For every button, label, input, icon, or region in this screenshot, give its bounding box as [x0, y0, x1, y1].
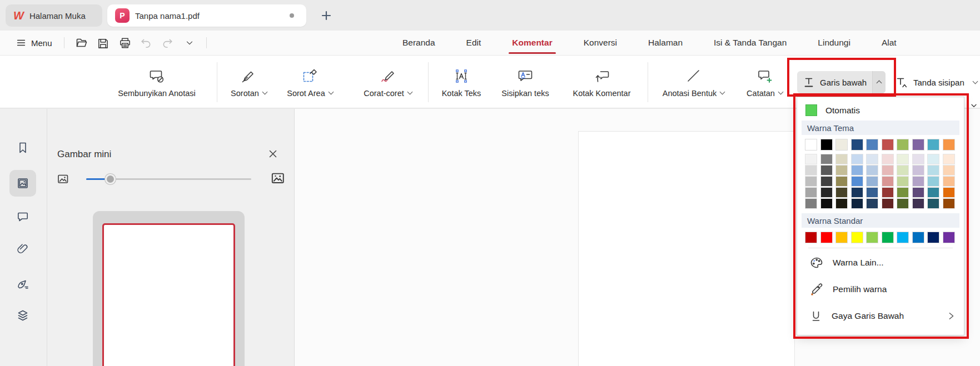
tab-document[interactable]: P Tanpa nama1.pdf	[107, 4, 306, 27]
color-swatch[interactable]	[927, 176, 939, 187]
color-swatch[interactable]	[805, 154, 817, 164]
color-swatch[interactable]	[820, 165, 833, 176]
color-swatch[interactable]	[805, 176, 817, 187]
color-swatch[interactable]	[866, 232, 878, 243]
color-swatch[interactable]	[943, 139, 955, 151]
tab-beranda[interactable]: Beranda	[401, 31, 436, 55]
color-swatch[interactable]	[835, 165, 848, 176]
color-swatch[interactable]	[851, 154, 863, 164]
color-swatch[interactable]	[927, 187, 939, 198]
color-swatch[interactable]	[866, 154, 878, 164]
sidebar-item-attachments[interactable]	[9, 235, 36, 262]
underline-style-item[interactable]: Gaya Garis Bawah	[797, 303, 964, 329]
color-swatch[interactable]	[835, 198, 848, 209]
shape-annotation-button[interactable]: Anotasi Bentuk	[656, 60, 731, 104]
color-swatch[interactable]	[851, 139, 863, 151]
color-swatch[interactable]	[866, 165, 878, 176]
color-swatch[interactable]	[866, 176, 878, 187]
color-swatch[interactable]	[851, 165, 863, 176]
color-swatch[interactable]	[912, 187, 924, 198]
insert-caret-button[interactable]: Tanda sisipan	[893, 71, 980, 93]
color-picker-item[interactable]: Pemilih warna	[797, 276, 964, 303]
color-swatch[interactable]	[851, 187, 863, 198]
pdf-page[interactable]	[578, 131, 795, 366]
color-swatch[interactable]	[943, 154, 955, 164]
color-swatch[interactable]	[897, 187, 909, 198]
color-swatch[interactable]	[820, 232, 833, 243]
color-swatch[interactable]	[897, 176, 909, 187]
color-swatch[interactable]	[912, 198, 924, 209]
color-swatch[interactable]	[882, 165, 894, 176]
color-swatch[interactable]	[805, 139, 817, 151]
tab-home-page[interactable]: W Halaman Muka	[6, 4, 102, 27]
color-swatch[interactable]	[912, 165, 924, 176]
text-box-button[interactable]: Kotak Teks	[436, 60, 486, 104]
sidebar-item-layers[interactable]	[9, 302, 36, 329]
highlight-button[interactable]: Sorotan	[222, 60, 275, 104]
color-swatch[interactable]	[897, 165, 909, 176]
automatic-color-item[interactable]: Otomatis	[797, 100, 964, 121]
color-swatch[interactable]	[835, 154, 848, 164]
color-swatch[interactable]	[943, 176, 955, 187]
color-swatch[interactable]	[835, 232, 848, 243]
sidebar-item-signature[interactable]	[9, 270, 36, 297]
color-swatch[interactable]	[943, 165, 955, 176]
color-swatch[interactable]	[882, 154, 894, 164]
color-swatch[interactable]	[882, 139, 894, 151]
zoom-in-thumbnails-button[interactable]	[270, 170, 286, 188]
color-swatch[interactable]	[927, 154, 939, 164]
tab-komentar[interactable]: Komentar	[511, 31, 553, 55]
sidebar-item-thumbnails[interactable]	[9, 170, 36, 197]
redo-button[interactable]	[160, 34, 176, 51]
color-swatch[interactable]	[927, 232, 939, 243]
color-swatch[interactable]	[820, 154, 833, 164]
panel-close-button[interactable]	[266, 147, 280, 161]
color-swatch[interactable]	[943, 232, 955, 243]
page-thumbnail-selected[interactable]	[93, 211, 245, 366]
color-swatch[interactable]	[897, 139, 909, 151]
color-swatch[interactable]	[882, 176, 894, 187]
color-swatch[interactable]	[820, 198, 833, 209]
color-swatch[interactable]	[927, 139, 939, 151]
note-button[interactable]: Catatan	[738, 60, 791, 104]
color-swatch[interactable]	[912, 232, 924, 243]
color-swatch[interactable]	[820, 139, 833, 151]
sidebar-item-comments[interactable]	[9, 203, 36, 230]
color-swatch[interactable]	[866, 198, 878, 209]
tab-alat[interactable]: Alat	[880, 31, 898, 55]
color-swatch[interactable]	[882, 232, 894, 243]
sidebar-item-bookmarks[interactable]	[9, 134, 36, 161]
color-swatch[interactable]	[897, 232, 909, 243]
tab-edit[interactable]: Edit	[465, 31, 482, 55]
tab-isi-tanda-tangan[interactable]: Isi & Tanda Tangan	[713, 31, 788, 55]
color-swatch[interactable]	[851, 232, 863, 243]
color-swatch[interactable]	[943, 198, 955, 209]
highlight-area-button[interactable]: Sorot Area	[281, 60, 339, 104]
color-swatch[interactable]	[820, 187, 833, 198]
color-swatch[interactable]	[805, 232, 817, 243]
color-swatch[interactable]	[912, 139, 924, 151]
color-swatch[interactable]	[927, 165, 939, 176]
main-menu-button[interactable]: Menu	[12, 35, 56, 51]
color-swatch[interactable]	[912, 154, 924, 164]
tab-lindungi[interactable]: Lindungi	[817, 31, 852, 55]
underline-dropdown-toggle[interactable]	[872, 71, 886, 93]
tab-halaman[interactable]: Halaman	[647, 31, 684, 55]
color-swatch[interactable]	[927, 198, 939, 209]
comment-box-button[interactable]: Kotak Komentar	[564, 60, 639, 104]
color-swatch[interactable]	[805, 165, 817, 176]
color-swatch[interactable]	[835, 187, 848, 198]
color-swatch[interactable]	[820, 176, 833, 187]
more-colors-item[interactable]: Warna Lain...	[797, 249, 964, 276]
color-swatch[interactable]	[835, 139, 848, 151]
color-swatch[interactable]	[835, 176, 848, 187]
color-swatch[interactable]	[882, 187, 894, 198]
color-swatch[interactable]	[851, 198, 863, 209]
color-swatch[interactable]	[897, 154, 909, 164]
toolbar-more-button[interactable]	[181, 34, 198, 51]
color-swatch[interactable]	[805, 187, 817, 198]
print-button[interactable]	[116, 34, 133, 51]
scribble-button[interactable]: Corat-coret	[353, 60, 422, 104]
underline-button[interactable]: Garis bawah	[797, 71, 886, 93]
undo-button[interactable]	[138, 34, 155, 51]
